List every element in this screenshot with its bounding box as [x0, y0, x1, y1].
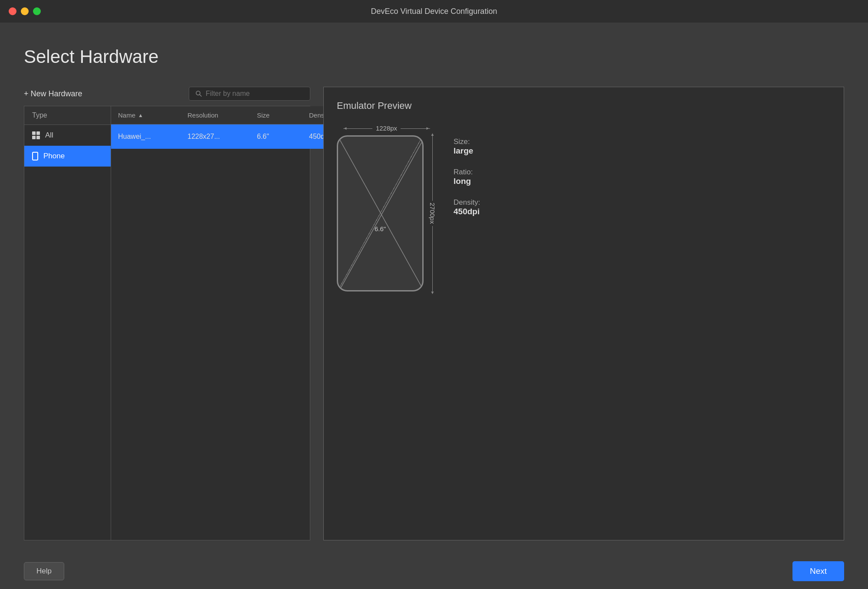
maximize-button[interactable] — [33, 7, 41, 15]
help-button[interactable]: Help — [24, 562, 64, 580]
table-header-resolution[interactable]: Resolution — [181, 106, 250, 124]
height-label: 2700px — [429, 201, 436, 226]
phone-diagram-wrapper: ◄ ► 1228px 6.6" — [337, 124, 436, 291]
diagonal-label: 6.6" — [375, 225, 386, 232]
spec-ratio: Ratio: long — [454, 168, 480, 186]
emulator-specs: Size: large Ratio: long Density: 450dpi — [454, 137, 480, 216]
title-bar: DevEco Virtual Device Configuration — [0, 0, 868, 23]
main-content: Select Hardware + New Hardware — [0, 23, 868, 553]
emulator-preview-body: ◄ ► 1228px 6.6" — [337, 124, 831, 527]
traffic-lights — [9, 7, 41, 15]
bottom-bar: Help Next — [0, 553, 868, 589]
search-icon — [195, 90, 202, 97]
table-header-size[interactable]: Size — [250, 106, 302, 124]
filter-wrapper — [189, 87, 310, 101]
new-hardware-button[interactable]: + New Hardware — [24, 89, 82, 98]
new-hardware-label: + New Hardware — [24, 89, 82, 98]
width-label: 1228px — [372, 124, 401, 132]
spec-size-label: Size: — [454, 137, 480, 146]
toolbar: + New Hardware — [24, 87, 310, 101]
sidebar-item-all-label: All — [45, 131, 53, 140]
minimize-button[interactable] — [21, 7, 29, 15]
phone-frame: 6.6" — [337, 135, 424, 291]
cell-name: Huawei_... — [111, 127, 181, 147]
next-button[interactable]: Next — [792, 561, 844, 581]
sidebar-item-phone-label: Phone — [43, 152, 65, 160]
type-sidebar-header: Type — [24, 106, 111, 125]
spec-density-label: Density: — [454, 198, 480, 207]
all-icon — [32, 131, 40, 139]
type-sidebar: Type All Phone — [24, 106, 111, 540]
content-area: + New Hardware Type — [24, 87, 844, 540]
sidebar-item-phone[interactable]: Phone — [24, 146, 111, 167]
filter-input[interactable] — [206, 90, 304, 98]
emulator-preview-panel: Emulator Preview ◄ ► 1228px — [323, 87, 844, 540]
spec-density-value: 450dpi — [454, 207, 480, 216]
table-header-name[interactable]: Name ▲ — [111, 106, 181, 124]
spec-density: Density: 450dpi — [454, 198, 480, 216]
svg-line-1 — [200, 95, 201, 96]
sidebar-item-all[interactable]: All — [24, 125, 111, 146]
left-panel: + New Hardware Type — [24, 87, 310, 540]
spec-ratio-value: long — [454, 177, 480, 186]
cell-size: 6.6" — [250, 127, 302, 147]
svg-line-4 — [338, 137, 422, 290]
close-button[interactable] — [9, 7, 16, 15]
spec-ratio-label: Ratio: — [454, 168, 480, 177]
sort-arrow-icon: ▲ — [138, 112, 143, 118]
phone-icon — [32, 152, 38, 160]
cell-resolution: 1228x27... — [181, 127, 250, 147]
page-title: Select Hardware — [24, 46, 844, 67]
spec-size: Size: large — [454, 137, 480, 156]
device-list-container: Type All Phone — [24, 106, 310, 540]
emulator-preview-title: Emulator Preview — [337, 100, 831, 111]
window-title: DevEco Virtual Device Configuration — [371, 7, 497, 16]
spec-size-value: large — [454, 146, 480, 156]
